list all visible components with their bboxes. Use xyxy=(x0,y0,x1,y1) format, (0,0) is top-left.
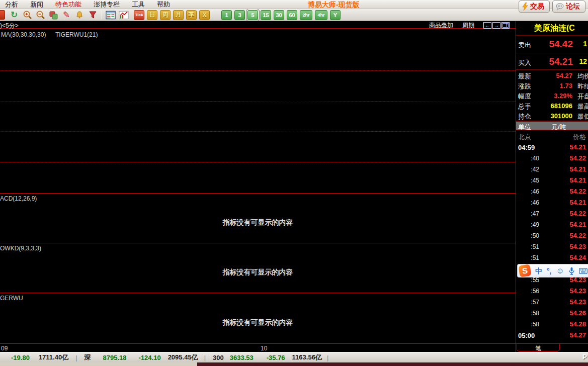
quote-panel: 美原油连(C 卖出 54.42 1 买入 54.21 12 最新 54.27 均… xyxy=(516,21,588,352)
tick-row: :5054.22 xyxy=(516,230,588,241)
pane-divider xyxy=(0,293,516,293)
gridline xyxy=(0,131,516,132)
detail-row-volume: 总手 681096 最高 xyxy=(516,101,588,111)
menu-analysis[interactable]: 分析 xyxy=(5,0,18,9)
no-indicator-content-text: 指标没有可显示的内容 xyxy=(0,218,516,227)
ime-chinese-mode-icon[interactable]: 中 xyxy=(535,267,542,274)
csi300-change[interactable]: -35.76 xyxy=(267,354,285,361)
unit-label: 单位 xyxy=(518,123,531,132)
tick-row: :5154.24 xyxy=(516,252,588,263)
sz-index-name[interactable]: 深 xyxy=(85,353,91,362)
menu-pengbo-column[interactable]: 澎博专栏 xyxy=(94,0,120,9)
ticklist-header-right: 价格 xyxy=(573,133,586,142)
draw-pencil-icon[interactable]: ✎ xyxy=(61,10,71,20)
menu-tools[interactable]: 工具 xyxy=(132,0,145,9)
tick-row: :5154.23 xyxy=(516,241,588,252)
sogou-ime-bar: S 中 °‚ ☺ xyxy=(517,264,588,278)
chart-area: )<5分> 商品叠加 周期 ← → MA(30,30,30,30) TIGERW… xyxy=(0,21,516,352)
sh-index-change[interactable]: -19.80 xyxy=(11,354,30,361)
overlay-layers-icon[interactable] xyxy=(48,10,58,20)
tick-row: :5854.28 xyxy=(516,319,588,330)
macd-indicator-label: ACD(12,26,9) xyxy=(0,195,37,202)
gridline xyxy=(0,162,516,162)
ticklist-header: 北京 价格 xyxy=(516,132,588,142)
tick-row: :5654.23 xyxy=(516,286,588,297)
sz-index-change[interactable]: -124.10 xyxy=(139,354,161,361)
zoom-out-icon[interactable] xyxy=(35,10,45,20)
ime-keyboard-icon[interactable] xyxy=(579,268,587,274)
csi300-name[interactable]: 300 xyxy=(213,354,224,361)
chart-bottom-border xyxy=(0,343,516,344)
filter-funnel-icon[interactable] xyxy=(88,10,98,20)
index-status-bar: -19.80 1711.40亿 | 深 8795.18 -124.10 2095… xyxy=(0,352,588,362)
tigerwu-indicator-label: GERWU xyxy=(0,295,23,302)
gridline xyxy=(0,101,516,102)
minute-button-60[interactable]: 60 xyxy=(287,10,297,20)
tick-row: :4654.22 xyxy=(516,186,588,197)
zoom-in-icon[interactable] xyxy=(22,10,32,20)
desktop-edge-strip xyxy=(0,362,588,366)
sh-index-turnover[interactable]: 1711.40亿 xyxy=(39,353,68,362)
sogou-logo-icon[interactable]: S xyxy=(519,264,532,278)
period-button-quarter[interactable]: 季 xyxy=(186,10,197,20)
chart-header: )<5分> 商品叠加 周期 ← → xyxy=(0,21,516,29)
bid-label: 买入 xyxy=(518,58,531,67)
period-button-day[interactable]: 日 xyxy=(147,10,157,20)
tick-row: :5854.26 xyxy=(516,308,588,319)
pane-divider xyxy=(0,193,516,194)
contract-title: 美原油连(C xyxy=(534,23,575,34)
ticklist-header-left: 北京 xyxy=(518,133,531,142)
menu-help[interactable]: 帮助 xyxy=(157,0,170,9)
tick-row: :4754.22 xyxy=(516,208,588,219)
menu-special-features[interactable]: 特色功能 xyxy=(55,0,81,9)
ask-row: 卖出 54.42 1 xyxy=(516,36,588,52)
trend-chart-icon[interactable] xyxy=(119,10,129,20)
period-button-tick[interactable]: Tick xyxy=(134,10,144,20)
overlay-link[interactable]: 商品叠加 xyxy=(429,21,453,30)
alert-bell-icon[interactable] xyxy=(74,10,85,20)
quote-table-icon[interactable] xyxy=(106,10,116,20)
split-window-icon[interactable] xyxy=(501,22,510,29)
trade-button[interactable]: 交易 xyxy=(519,1,550,13)
toolbar: ↻ ✎ Tick 日 周 月 季 X 1 3 5 15 xyxy=(0,9,588,21)
tick-row: :5754.23 xyxy=(516,297,588,308)
ime-microphone-icon[interactable] xyxy=(569,267,574,275)
trade-button-label: 交易 xyxy=(530,2,544,11)
csi300-turnover[interactable]: 1163.56亿 xyxy=(292,353,322,362)
minute-button-2hr[interactable]: 2hr xyxy=(300,10,312,20)
app-title: 博易大师-现货版 xyxy=(308,1,360,10)
period-button-month[interactable]: 月 xyxy=(173,10,184,20)
tick-row: 05:0054.27 xyxy=(516,330,588,341)
ime-emoji-icon[interactable]: ☺ xyxy=(556,267,564,274)
period-button-custom[interactable]: X xyxy=(199,10,210,20)
clipped-tool-icon[interactable] xyxy=(0,10,5,20)
minute-button-4hr[interactable]: 4hr xyxy=(315,10,327,20)
nav-forward-icon[interactable]: → xyxy=(492,22,500,29)
minute-button-1[interactable]: 1 xyxy=(221,10,232,20)
tick-row: 04:5954.21 xyxy=(516,142,588,153)
minute-button-5-selected[interactable]: 5 xyxy=(247,10,258,20)
period-button-week[interactable]: 周 xyxy=(160,10,171,20)
refresh-icon[interactable]: ↻ xyxy=(9,10,19,20)
tick-row: :4054.22 xyxy=(516,153,588,164)
nav-back-icon[interactable]: ← xyxy=(483,22,491,29)
change-value: 1.73 xyxy=(560,82,572,89)
ime-punctuation-icon[interactable]: °‚ xyxy=(547,267,552,274)
sz-index-turnover[interactable]: 2095.45亿 xyxy=(168,353,198,362)
tab-tick-by-tick[interactable]: 笔 xyxy=(517,344,560,351)
x-axis-label: 09 xyxy=(1,345,8,352)
detail-row-percent: 幅度 3.29% 开盘 xyxy=(516,90,588,101)
menu-news[interactable]: 新闻 xyxy=(30,0,43,9)
csi300-value[interactable]: 3633.53 xyxy=(230,354,254,361)
forum-button[interactable]: 论坛 xyxy=(552,1,585,13)
minute-button-15[interactable]: 15 xyxy=(261,10,271,20)
minute-button-year[interactable]: Y xyxy=(330,10,341,20)
app-window: 分析 新闻 特色功能 澎博专栏 工具 帮助 博易大师-现货版 交易 论坛 ↻ xyxy=(0,0,588,366)
tick-row: :4654.21 xyxy=(516,197,588,208)
sz-index-value[interactable]: 8795.18 xyxy=(103,354,127,361)
detail-row-openinterest: 持仓 301000 最低 xyxy=(516,111,588,121)
minute-button-3[interactable]: 3 xyxy=(234,10,245,20)
period-link[interactable]: 周期 xyxy=(462,21,474,30)
minute-button-30[interactable]: 30 xyxy=(274,10,284,20)
ask-price: 54.42 xyxy=(549,39,573,50)
